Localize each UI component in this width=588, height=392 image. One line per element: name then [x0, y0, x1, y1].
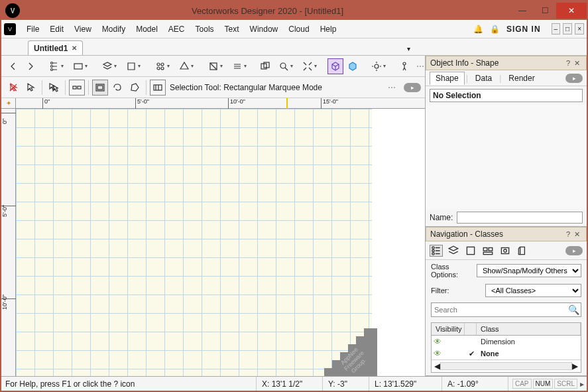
nav-panel-close-icon[interactable]: ✕ [572, 230, 582, 239]
class-options-select[interactable]: Show/Snap/Modify Others [477, 264, 581, 277]
svg-point-20 [432, 249, 434, 251]
drawing-canvas[interactable]: ✦ 0" 5'-0" 10'-0" 15'-0" 0" 5'-0" 10'-0"… [1, 98, 425, 376]
wireframe-button[interactable] [345, 58, 361, 74]
tab-shape[interactable]: Shape [430, 72, 465, 85]
menu-modify[interactable]: Modify [97, 22, 131, 36]
class-search-input[interactable] [432, 303, 566, 316]
mdi-restore-button[interactable]: □ [563, 23, 572, 34]
svg-rect-3 [74, 64, 82, 69]
plane-dropdown[interactable] [175, 58, 198, 74]
tool-cursor-disabled-icon[interactable] [5, 80, 21, 96]
close-button[interactable]: ✕ [556, 3, 587, 19]
ref-button[interactable] [257, 58, 273, 74]
classes-dropdown[interactable] [151, 58, 174, 74]
nav-classes-icon[interactable] [430, 245, 443, 257]
svg-rect-26 [501, 247, 508, 253]
maximize-button[interactable]: ☐ [534, 3, 556, 19]
window-title: Vectorworks Designer 2020 - [Untitled1] [24, 6, 511, 16]
minimize-button[interactable]: — [511, 3, 534, 19]
menu-file[interactable]: File [21, 22, 44, 36]
zoom-dropdown[interactable] [274, 58, 297, 74]
projection-dropdown[interactable] [228, 58, 251, 74]
menu-edit[interactable]: Edit [44, 22, 69, 36]
menu-tools[interactable]: Tools [190, 22, 219, 36]
light-dropdown[interactable] [367, 58, 390, 74]
marquee-lasso-button[interactable] [109, 80, 125, 96]
marquee-rect-button[interactable] [92, 80, 108, 96]
menu-bar: V File Edit View Modify Model AEC Tools … [1, 20, 587, 38]
col-visibility[interactable]: Visibility [432, 323, 465, 335]
nav-layers-icon[interactable] [447, 245, 460, 257]
mdi-minimize-button[interactable]: – [552, 23, 561, 34]
tool-bar-toggle-button[interactable]: ▸ [404, 83, 421, 92]
flyover-button[interactable] [396, 58, 412, 74]
mdi-close-button[interactable]: × [575, 23, 584, 34]
tab-render[interactable]: Render [502, 72, 540, 85]
view-select-dropdown[interactable] [69, 58, 91, 74]
fit-dropdown[interactable] [298, 58, 321, 74]
visibility-eye-icon[interactable]: 👁 [432, 337, 443, 346]
tool-settings-button[interactable] [150, 80, 166, 96]
hruler-tick-3: 15'-0" [321, 98, 338, 109]
visibility-eye-icon[interactable]: 👁 [432, 349, 443, 358]
status-x: X: 13'1 1/2" [256, 377, 322, 391]
document-tab-dropdown[interactable]: ▾ [403, 42, 414, 55]
tool-bar-overflow-icon[interactable]: ⋯ [385, 83, 398, 92]
vertical-ruler[interactable]: 0" 5'-0" 10'-0" 15'-0" [1, 109, 16, 376]
tool-cursor-multi-icon[interactable] [46, 80, 62, 96]
col-class[interactable]: Class [477, 323, 581, 335]
status-expand-icon[interactable]: ▸ [580, 379, 584, 389]
snap-dropdown[interactable] [122, 58, 145, 74]
object-name-input[interactable] [457, 212, 583, 224]
menu-view[interactable]: View [69, 22, 97, 36]
svg-point-1 [51, 65, 53, 67]
menu-model[interactable]: Model [131, 22, 163, 36]
nav-viewports-icon[interactable] [481, 245, 495, 257]
view-cube-button[interactable] [327, 58, 343, 74]
sign-in-button[interactable]: SIGN IN [502, 23, 545, 35]
tool-cursor-single-icon[interactable] [23, 80, 38, 96]
nav-toggle-button[interactable]: ▸ [565, 246, 583, 255]
panel-close-icon[interactable]: ✕ [572, 59, 582, 68]
search-icon[interactable]: 🔍 [566, 304, 581, 315]
nav-saved-views-icon[interactable] [499, 245, 512, 257]
object-info-toggle-button[interactable]: ▸ [565, 74, 583, 83]
marquee-polygon-button[interactable] [127, 80, 143, 96]
scroll-left-icon[interactable]: ◀ [434, 361, 440, 371]
document-tab[interactable]: Untitled1 ✕ [28, 40, 83, 55]
toolbar-overflow-icon[interactable]: ⋯ [414, 62, 427, 71]
menu-window[interactable]: Window [245, 22, 284, 36]
class-row-none[interactable]: 👁 ✔ None [432, 348, 581, 359]
document-tab-close-icon[interactable]: ✕ [72, 44, 77, 52]
panel-help-icon[interactable]: ? [564, 59, 572, 67]
tab-data[interactable]: Data [469, 72, 498, 85]
class-search-box[interactable]: 🔍 [431, 302, 581, 317]
menu-aec[interactable]: AEC [163, 22, 190, 36]
scroll-right-icon[interactable]: ▶ [572, 361, 578, 371]
horizontal-ruler[interactable]: 0" 5'-0" 10'-0" 15'-0" [16, 98, 425, 109]
object-info-header[interactable]: Object Info - Shape ? ✕ [426, 56, 587, 70]
class-active-check[interactable]: ✔ [466, 350, 477, 358]
notification-icon[interactable]: 🔔 [473, 25, 483, 34]
class-h-scrollbar[interactable] [440, 362, 572, 370]
hierarchy-dropdown[interactable] [45, 58, 68, 74]
class-row-dimension[interactable]: 👁 Dimension [432, 336, 581, 348]
nav-back-button[interactable] [5, 58, 21, 74]
menu-cloud[interactable]: Cloud [283, 22, 314, 36]
nav-sheets-icon[interactable] [464, 245, 477, 257]
tool-wall-mode-icon[interactable] [69, 80, 85, 96]
nav-panel-help-icon[interactable]: ? [564, 230, 572, 238]
lock-icon: 🔒 [490, 25, 500, 34]
col-blank [465, 323, 477, 335]
app-menu-icon[interactable]: V [4, 23, 16, 35]
tool-options-bar: Selection Tool: Rectangular Marquee Mode… [1, 77, 425, 98]
filter-select[interactable]: <All Classes> [485, 284, 581, 297]
layers-dropdown[interactable] [98, 58, 121, 74]
menu-text[interactable]: Text [219, 22, 245, 36]
nav-references-icon[interactable] [516, 245, 529, 257]
navigation-header[interactable]: Navigation - Classes ? ✕ [426, 227, 587, 241]
nav-fwd-button[interactable] [23, 58, 38, 74]
menu-help[interactable]: Help [315, 22, 342, 36]
ruler-origin-icon[interactable]: ✦ [1, 98, 16, 109]
render-dropdown[interactable] [204, 58, 227, 74]
